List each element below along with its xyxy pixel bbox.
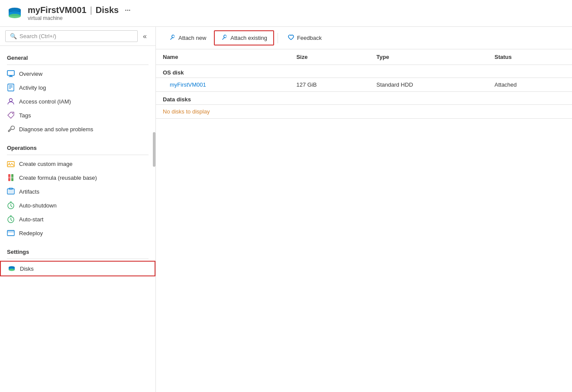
section-divider-general — [7, 65, 149, 65]
svg-rect-9 — [8, 84, 14, 91]
sidebar: 🔍 Search (Ctrl+/) « General Overview Act… — [0, 27, 156, 392]
sidebar-item-label: Activity log — [19, 84, 149, 91]
sidebar-item-formula[interactable]: Create formula (reusable base) — [0, 171, 155, 185]
page-name: Disks — [96, 5, 119, 15]
sidebar-item-diagnose[interactable]: Diagnose and solve problems — [0, 122, 155, 136]
sidebar-item-label: Create custom image — [19, 161, 149, 167]
artifacts-icon — [7, 188, 15, 195]
monitor-icon — [7, 70, 15, 78]
col-name: Name — [156, 49, 289, 65]
sidebar-item-activity-log[interactable]: Activity log — [0, 81, 155, 94]
wrench-icon — [7, 125, 15, 133]
svg-line-25 — [11, 206, 12, 207]
data-disks-section-row: Data disks — [156, 92, 572, 105]
custom-image-icon — [7, 160, 15, 168]
header-subtitle: virtual machine — [28, 15, 131, 21]
sidebar-item-artifacts[interactable]: Artifacts — [0, 185, 155, 198]
col-status: Status — [488, 49, 572, 65]
section-label-operations: Operations — [0, 139, 155, 153]
search-input[interactable]: 🔍 Search (Ctrl+/) — [5, 30, 138, 42]
disk-table: Name Size Type Status OS disk myFirstVM0… — [156, 49, 572, 119]
redeploy-icon — [7, 229, 15, 237]
table-header-row: Name Size Type Status — [156, 49, 572, 65]
section-divider-operations — [7, 155, 149, 155]
sidebar-item-label: Disks — [20, 266, 148, 272]
header-title: myFirstVM001 | Disks ··· — [28, 5, 131, 15]
sidebar-item-label: Auto-shutdown — [19, 202, 149, 209]
disk-type: Standard HDD — [369, 78, 488, 92]
svg-point-16 — [9, 163, 10, 164]
section-label-general: General — [0, 49, 155, 63]
app-header: myFirstVM001 | Disks ··· virtual machine — [0, 0, 572, 27]
table-row: myFirstVM001 127 GiB Standard HDD Attach… — [156, 78, 572, 92]
sidebar-item-label: Tags — [19, 112, 149, 119]
toolbar: Attach new Attach existing Feedback — [156, 27, 572, 49]
svg-line-29 — [11, 220, 12, 221]
sidebar-item-auto-shutdown[interactable]: Auto-shutdown — [0, 198, 155, 212]
sidebar-item-auto-start[interactable]: Auto-start — [0, 212, 155, 226]
sidebar-item-label: Access control (IAM) — [19, 98, 149, 105]
sidebar-item-redeploy[interactable]: Redeploy — [0, 226, 155, 240]
sidebar-item-custom-image[interactable]: Create custom image — [0, 157, 155, 171]
data-disks-section-label: Data disks — [156, 92, 572, 105]
svg-point-4 — [9, 14, 21, 18]
search-icon: 🔍 — [10, 33, 17, 39]
sidebar-item-disks[interactable]: Disks — [0, 261, 155, 276]
attach-existing-icon — [221, 34, 228, 42]
person-icon — [7, 97, 15, 105]
clock-icon — [7, 201, 15, 209]
col-size: Size — [289, 49, 369, 65]
feedback-label: Feedback — [297, 35, 322, 41]
sidebar-item-label: Create formula (reusable base) — [19, 175, 149, 181]
disk-status: Attached — [488, 78, 572, 92]
svg-point-37 — [9, 269, 15, 271]
vm-icon — [7, 6, 23, 21]
vm-name: myFirstVM001 — [28, 5, 87, 15]
main-layout: 🔍 Search (Ctrl+/) « General Overview Act… — [0, 27, 572, 392]
disk-size: 127 GiB — [289, 78, 369, 92]
disk-icon — [8, 265, 16, 272]
no-data-row: No disks to display — [156, 105, 572, 119]
feedback-button[interactable]: Feedback — [281, 31, 328, 45]
sidebar-content: General Overview Activity log Access con… — [0, 46, 155, 392]
toolbar-divider — [278, 33, 278, 43]
svg-rect-15 — [7, 162, 14, 167]
attach-existing-button[interactable]: Attach existing — [214, 30, 274, 45]
search-placeholder: Search (Ctrl+/) — [19, 33, 56, 39]
collapse-sidebar-button[interactable]: « — [139, 31, 150, 42]
sidebar-item-overview[interactable]: Overview — [0, 67, 155, 81]
sidebar-item-label: Artifacts — [19, 188, 149, 195]
col-type: Type — [369, 49, 488, 65]
content-area: Attach new Attach existing Feedback — [156, 27, 572, 392]
sidebar-search-row: 🔍 Search (Ctrl+/) « — [0, 27, 155, 46]
sidebar-item-label: Redeploy — [19, 230, 149, 236]
svg-rect-21 — [8, 190, 13, 193]
svg-point-13 — [10, 99, 13, 102]
disk-table-area: Name Size Type Status OS disk myFirstVM0… — [156, 49, 572, 392]
svg-rect-32 — [7, 230, 14, 233]
sidebar-item-tags[interactable]: Tags — [0, 108, 155, 122]
attach-existing-label: Attach existing — [230, 35, 267, 41]
tag-icon — [7, 111, 15, 119]
formula-icon — [7, 174, 15, 181]
svg-rect-8 — [9, 77, 13, 77]
no-disks-message: No disks to display — [156, 105, 572, 119]
attach-new-button[interactable]: Attach new — [163, 31, 212, 45]
ellipsis-menu[interactable]: ··· — [125, 6, 130, 14]
sidebar-item-label: Diagnose and solve problems — [19, 126, 149, 133]
section-label-settings: Settings — [0, 243, 155, 257]
clock2-icon — [7, 215, 15, 223]
activity-log-icon — [7, 84, 15, 91]
os-disk-section-row: OS disk — [156, 65, 572, 78]
svg-rect-19 — [8, 177, 13, 178]
sidebar-item-access-control[interactable]: Access control (IAM) — [0, 94, 155, 108]
section-divider-settings — [7, 259, 149, 259]
svg-rect-6 — [7, 71, 14, 75]
disk-name[interactable]: myFirstVM001 — [156, 78, 289, 92]
attach-new-label: Attach new — [178, 35, 206, 41]
svg-point-14 — [12, 113, 13, 114]
os-disk-section-label: OS disk — [156, 65, 572, 78]
sidebar-item-label: Auto-start — [19, 216, 149, 223]
feedback-heart-icon — [288, 34, 294, 42]
title-separator: | — [90, 5, 92, 15]
